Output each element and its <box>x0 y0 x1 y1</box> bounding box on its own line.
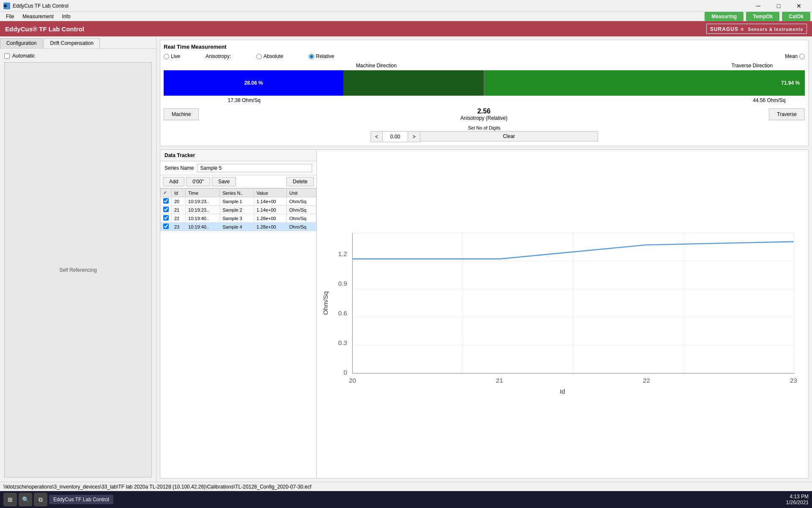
table-header: ✓ Id Time Series N.. Value Unit <box>161 189 316 197</box>
self-referencing-box: Self Referencing <box>4 62 152 478</box>
col-id: Id <box>172 189 186 197</box>
data-table-container: ✓ Id Time Series N.. Value Unit 20 10:19… <box>160 188 316 478</box>
col-check: ✓ <box>161 189 172 197</box>
start-button[interactable]: ⊞ <box>3 493 17 506</box>
menu-file[interactable]: File <box>2 13 18 20</box>
status-bar-bottom: \\klotzsche\operations\3_inventory_devic… <box>0 482 812 491</box>
row-time: 10:19:23.. <box>186 197 220 206</box>
absolute-radio[interactable] <box>256 54 262 59</box>
search-button[interactable]: 🔍 <box>19 493 32 506</box>
bottom-section: Data Tracker Series Name Add 0'00" Save … <box>160 149 809 478</box>
delete-button[interactable]: Delete <box>286 177 314 186</box>
minimize-button[interactable]: ─ <box>749 0 768 12</box>
task-view-button[interactable]: ⧉ <box>34 493 47 506</box>
taskbar-time: 4:13 PM <box>786 494 809 500</box>
taskbar: ⊞ 🔍 ⧉ EddyCus TF Lab Control 4:13 PM 1/2… <box>0 491 812 508</box>
app-taskbar-label: EddyCus TF Lab Control <box>53 497 109 502</box>
machine-button[interactable]: Machine <box>164 108 199 120</box>
tab-drift-compensation[interactable]: Drift Compensation <box>44 38 100 48</box>
row-unit: Ohm/Sq <box>287 197 316 206</box>
close-button[interactable]: ✕ <box>789 0 809 12</box>
mean-radio[interactable] <box>799 54 805 59</box>
digits-controls-row: < > Clear <box>370 131 598 142</box>
relative-radio[interactable] <box>309 54 314 59</box>
x-axis-label: Id <box>560 388 565 395</box>
maximize-button[interactable]: □ <box>769 0 788 12</box>
row-id: 23 <box>172 223 186 231</box>
bar-blue-pct: 28.06 % <box>244 80 263 86</box>
live-radio[interactable] <box>164 54 169 59</box>
anisotropy-label: Anisotropy: <box>206 53 231 59</box>
taskbar-date: 1/26/2021 <box>786 500 809 505</box>
suragus-logo: SURAGUS ® Sensors & Instruments <box>706 24 807 34</box>
x-tick-20: 20 <box>349 377 356 384</box>
row-check[interactable] <box>161 206 172 214</box>
calok-button[interactable]: CalOk <box>782 12 810 21</box>
machine-value: 17.38 Ohm/Sq <box>228 97 261 103</box>
machine-direction-label: Machine Direction <box>356 63 397 69</box>
y-axis-label: Ohm/Sq <box>322 291 329 315</box>
time-button[interactable]: 0'00" <box>186 177 210 186</box>
series-name-input[interactable] <box>197 164 312 172</box>
title-bar: ◈ EddyCus TF Lab Control ─ □ ✕ <box>0 0 812 12</box>
y-tick-0: 0 <box>343 369 347 376</box>
absolute-radio-group: Absolute <box>256 53 283 59</box>
data-table: ✓ Id Time Series N.. Value Unit 20 10:19… <box>160 188 316 231</box>
traverse-value: 44.56 Ohm/Sq <box>753 97 785 103</box>
bar-dark-green-fill <box>343 70 484 96</box>
x-tick-21: 21 <box>496 377 503 384</box>
traverse-button[interactable]: Traverse <box>769 108 805 120</box>
live-radio-group: Live <box>164 53 180 59</box>
bar-green: 71.94 % <box>484 70 805 96</box>
row-value: 1.28e+00 <box>254 223 287 231</box>
taskbar-left: ⊞ 🔍 ⧉ EddyCus TF Lab Control <box>3 493 113 506</box>
col-value: Value <box>254 189 287 197</box>
row-value: 1.28e+00 <box>254 214 287 223</box>
row-series: Sample 2 <box>220 206 254 214</box>
table-row[interactable]: 20 10:19:23.. Sample 1 1.14e+00 Ohm/Sq <box>161 197 316 206</box>
relative-label: Relative <box>316 53 334 59</box>
y-tick-12: 1.2 <box>338 250 347 257</box>
add-button[interactable]: Add <box>163 177 184 186</box>
dt-button-row: Add 0'00" Save Delete <box>160 175 316 188</box>
absolute-label: Absolute <box>263 53 283 59</box>
menu-measurement[interactable]: Measurement <box>18 13 58 20</box>
col-series: Series N.. <box>220 189 254 197</box>
app-taskbar-item[interactable]: EddyCus TF Lab Control <box>49 495 113 504</box>
table-row[interactable]: 23 10:19:40.. Sample 4 1.28e+00 Ohm/Sq <box>161 223 316 231</box>
anisotropy-center: 2.56 Anisotropy (Relative) <box>461 108 508 121</box>
bar-green-pct: 71.94 % <box>781 80 800 86</box>
automatic-label: Automatic <box>12 53 35 59</box>
clear-button[interactable]: Clear <box>420 131 598 141</box>
row-unit: Ohm/Sq <box>287 206 316 214</box>
left-panel: Configuration Drift Compensation Automat… <box>0 36 156 482</box>
menu-info[interactable]: Info <box>58 13 75 20</box>
row-unit: Ohm/Sq <box>287 223 316 231</box>
digits-value-input[interactable] <box>383 132 408 142</box>
save-button[interactable]: Save <box>212 177 236 186</box>
tab-configuration[interactable]: Configuration <box>0 38 43 48</box>
digits-inc-button[interactable]: > <box>408 132 420 142</box>
bar-labels: Machine Direction Traverse Direction <box>164 63 805 69</box>
row-check[interactable] <box>161 197 172 206</box>
digits-dec-button[interactable]: < <box>371 132 383 142</box>
self-ref-label: Self Referencing <box>59 267 97 273</box>
data-tracker-title: Data Tracker <box>160 150 316 161</box>
rtm-title: Real Time Measurement <box>164 44 805 50</box>
table-row[interactable]: 22 10:19:40.. Sample 3 1.28e+00 Ohm/Sq <box>161 214 316 223</box>
rtm-section: Real Time Measurement Live Anisotropy: A… <box>160 40 809 146</box>
row-check[interactable] <box>161 223 172 231</box>
col-unit: Unit <box>287 189 316 197</box>
mean-label: Mean <box>785 53 798 59</box>
digits-label: Set No of Digits <box>468 125 500 130</box>
table-body: 20 10:19:23.. Sample 1 1.14e+00 Ohm/Sq 2… <box>161 197 316 231</box>
automatic-checkbox[interactable] <box>4 53 10 59</box>
table-row[interactable]: 21 10:19:23.. Sample 2 1.14e+00 Ohm/Sq <box>161 206 316 214</box>
tempok-button[interactable]: TempOk <box>746 12 779 21</box>
row-check[interactable] <box>161 214 172 223</box>
automatic-row: Automatic <box>4 53 152 59</box>
row-time: 10:19:40.. <box>186 223 220 231</box>
measuring-button[interactable]: Measuring <box>705 12 743 21</box>
taskbar-right: 4:13 PM 1/26/2021 <box>786 494 809 505</box>
series-name-label: Series Name <box>165 165 194 171</box>
